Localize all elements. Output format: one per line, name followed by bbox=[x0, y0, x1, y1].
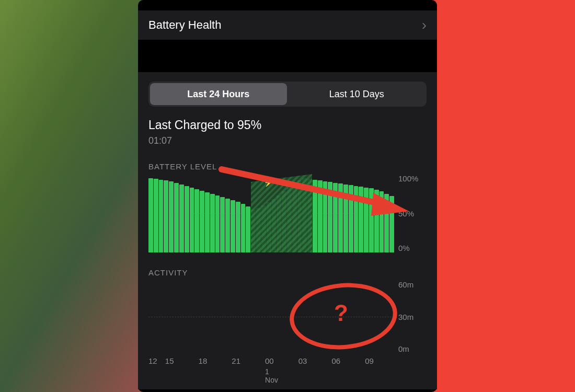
battery-bar bbox=[225, 199, 230, 253]
battery-bar bbox=[323, 181, 328, 253]
x-tick bbox=[215, 356, 232, 384]
lightning-icon: ⚡ bbox=[263, 177, 274, 187]
x-tick: 12 bbox=[148, 356, 165, 384]
battery-bar bbox=[313, 180, 317, 253]
battery-bar bbox=[384, 194, 389, 253]
battery-bar bbox=[246, 206, 250, 253]
x-tick bbox=[348, 356, 365, 384]
x-tick: 03 bbox=[298, 356, 315, 384]
x-tick bbox=[182, 356, 199, 384]
battery-bar bbox=[380, 191, 384, 252]
battery-bar bbox=[349, 185, 353, 252]
x-tick: 18 bbox=[199, 356, 215, 384]
battery-bar bbox=[220, 197, 225, 253]
phone-frame: Battery Health › Last 24 Hours Last 10 D… bbox=[138, 0, 437, 392]
battery-bar bbox=[159, 180, 164, 253]
x-tick: 21 bbox=[232, 356, 248, 384]
battery-health-row[interactable]: Battery Health › bbox=[138, 10, 437, 40]
last-charged-title: Last Charged to 95% bbox=[148, 118, 427, 132]
battery-bar bbox=[200, 191, 204, 253]
battery-bar bbox=[190, 188, 194, 253]
battery-bar bbox=[185, 186, 189, 253]
x-date-label: 1 Nov bbox=[265, 367, 282, 384]
y-tick: 30m bbox=[398, 313, 413, 321]
x-tick bbox=[282, 356, 298, 384]
battery-bar bbox=[154, 179, 158, 252]
activity-y-axis: 60m 30m 0m bbox=[394, 280, 427, 353]
activity-label: ACTIVITY bbox=[148, 268, 427, 277]
section-gap bbox=[138, 40, 437, 72]
battery-bar bbox=[389, 196, 394, 252]
battery-bar bbox=[236, 202, 240, 253]
x-tick: 15 bbox=[165, 356, 182, 384]
battery-bar bbox=[148, 178, 153, 253]
battery-bar bbox=[338, 183, 343, 252]
tab-last-24-hours[interactable]: Last 24 Hours bbox=[150, 83, 287, 105]
chevron-right-icon: › bbox=[422, 17, 427, 33]
battery-bar bbox=[231, 200, 235, 253]
x-tick bbox=[382, 356, 398, 384]
battery-y-axis: 100% 50% 0% bbox=[394, 174, 427, 252]
battery-bar bbox=[343, 185, 348, 253]
battery-bar bbox=[364, 188, 369, 253]
x-tick: 09 bbox=[365, 356, 382, 384]
y-tick: 100% bbox=[398, 174, 418, 183]
x-tick bbox=[315, 356, 332, 384]
y-tick: 50% bbox=[398, 209, 414, 218]
y-tick: 0m bbox=[398, 344, 409, 353]
activity-chart: ? 60m 30m 0m bbox=[148, 280, 427, 353]
battery-bar bbox=[369, 188, 374, 252]
battery-bar bbox=[174, 183, 179, 253]
battery-bar bbox=[333, 183, 338, 253]
battery-level-chart: ⚡ 100% 50% 0% bbox=[148, 174, 427, 252]
battery-bar bbox=[164, 180, 168, 252]
y-tick: 60m bbox=[398, 280, 413, 289]
battery-bar bbox=[241, 204, 246, 252]
x-tick bbox=[248, 356, 265, 384]
battery-bar bbox=[169, 181, 174, 253]
battery-panel: Last 24 Hours Last 10 Days Last Charged … bbox=[138, 72, 437, 389]
battery-bar bbox=[318, 180, 323, 252]
x-tick: 06 bbox=[331, 356, 348, 384]
y-tick: 0% bbox=[398, 244, 410, 252]
battery-bar bbox=[354, 186, 359, 253]
last-charged-time: 01:07 bbox=[148, 135, 427, 146]
battery-level-label: BATTERY LEVEL bbox=[148, 162, 427, 171]
x-tick: 001 Nov bbox=[265, 356, 282, 384]
battery-bar bbox=[359, 187, 363, 252]
tab-last-10-days[interactable]: Last 10 Days bbox=[289, 83, 426, 105]
x-axis: 12151821001 Nov030609 bbox=[148, 356, 427, 384]
battery-bar bbox=[205, 192, 210, 253]
battery-bar bbox=[215, 195, 220, 253]
battery-bar bbox=[210, 194, 215, 253]
battery-bar bbox=[374, 190, 379, 252]
battery-bar bbox=[328, 182, 332, 252]
battery-bar bbox=[194, 189, 199, 253]
battery-health-label: Battery Health bbox=[148, 18, 221, 32]
battery-bar bbox=[179, 185, 184, 253]
time-range-segmented[interactable]: Last 24 Hours Last 10 Days bbox=[148, 82, 427, 107]
